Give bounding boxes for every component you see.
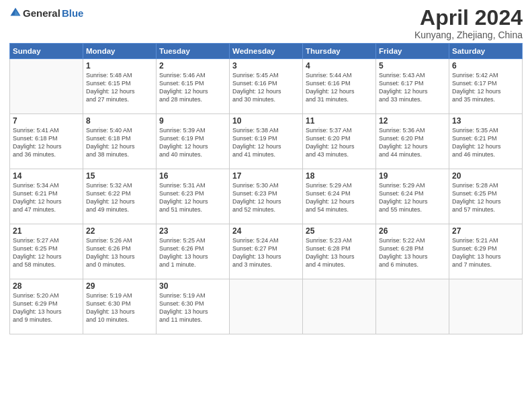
day-info: Sunrise: 5:28 AM Sunset: 6:25 PM Dayligh… [452,181,519,214]
day-number: 10 [232,116,300,126]
table-row [376,279,449,334]
table-row: 28Sunrise: 5:20 AM Sunset: 6:29 PM Dayli… [10,279,83,334]
logo-area: GeneralBlue [9,7,83,19]
table-row [449,279,523,334]
day-info: Sunrise: 5:36 AM Sunset: 6:20 PM Dayligh… [379,126,446,159]
day-info: Sunrise: 5:25 AM Sunset: 6:26 PM Dayligh… [159,236,226,269]
day-info: Sunrise: 5:30 AM Sunset: 6:23 PM Dayligh… [232,181,300,214]
day-info: Sunrise: 5:37 AM Sunset: 6:20 PM Dayligh… [306,126,373,159]
logo-general-text: General [23,7,60,19]
header: GeneralBlue April 2024 Kunyang, Zhejiang… [9,7,523,40]
day-number: 6 [452,61,519,71]
week-row-4: 21Sunrise: 5:27 AM Sunset: 6:25 PM Dayli… [10,224,523,279]
col-monday: Monday [83,44,157,59]
day-number: 1 [86,61,153,71]
table-row: 25Sunrise: 5:23 AM Sunset: 6:28 PM Dayli… [303,224,376,279]
day-number: 24 [232,226,300,236]
day-info: Sunrise: 5:31 AM Sunset: 6:23 PM Dayligh… [159,181,226,214]
day-info: Sunrise: 5:41 AM Sunset: 6:18 PM Dayligh… [13,126,80,159]
col-friday: Friday [376,44,449,59]
table-row: 4Sunrise: 5:44 AM Sunset: 6:16 PM Daylig… [303,59,376,114]
day-info: Sunrise: 5:27 AM Sunset: 6:25 PM Dayligh… [13,236,80,269]
logo-icon [9,7,21,19]
day-info: Sunrise: 5:44 AM Sunset: 6:16 PM Dayligh… [306,71,373,104]
day-number: 13 [452,116,519,126]
table-row: 8Sunrise: 5:40 AM Sunset: 6:18 PM Daylig… [83,114,157,169]
table-row: 23Sunrise: 5:25 AM Sunset: 6:26 PM Dayli… [157,224,230,279]
day-number: 28 [13,281,80,291]
table-row: 13Sunrise: 5:35 AM Sunset: 6:21 PM Dayli… [449,114,523,169]
month-title: April 2024 [414,7,523,28]
day-number: 5 [379,61,446,71]
page: GeneralBlue April 2024 Kunyang, Zhejiang… [0,0,532,411]
table-row: 14Sunrise: 5:34 AM Sunset: 6:21 PM Dayli… [10,169,83,224]
day-info: Sunrise: 5:24 AM Sunset: 6:27 PM Dayligh… [232,236,300,269]
week-row-2: 7Sunrise: 5:41 AM Sunset: 6:18 PM Daylig… [10,114,523,169]
day-info: Sunrise: 5:23 AM Sunset: 6:28 PM Dayligh… [306,236,373,269]
logo-blue-text: Blue [62,7,84,19]
day-number: 20 [452,171,519,181]
table-row: 6Sunrise: 5:42 AM Sunset: 6:17 PM Daylig… [449,59,523,114]
col-thursday: Thursday [303,44,376,59]
week-row-5: 28Sunrise: 5:20 AM Sunset: 6:29 PM Dayli… [10,279,523,334]
table-row: 29Sunrise: 5:19 AM Sunset: 6:30 PM Dayli… [83,279,157,334]
day-number: 16 [159,171,226,181]
day-info: Sunrise: 5:19 AM Sunset: 6:30 PM Dayligh… [86,291,153,324]
day-number: 26 [379,226,446,236]
header-row: Sunday Monday Tuesday Wednesday Thursday… [10,44,523,59]
day-info: Sunrise: 5:29 AM Sunset: 6:24 PM Dayligh… [379,181,446,214]
table-row: 18Sunrise: 5:29 AM Sunset: 6:24 PM Dayli… [303,169,376,224]
table-row: 11Sunrise: 5:37 AM Sunset: 6:20 PM Dayli… [303,114,376,169]
day-info: Sunrise: 5:20 AM Sunset: 6:29 PM Dayligh… [13,291,80,324]
table-row [303,279,376,334]
day-number: 11 [306,116,373,126]
day-info: Sunrise: 5:38 AM Sunset: 6:19 PM Dayligh… [232,126,300,159]
table-row: 2Sunrise: 5:46 AM Sunset: 6:15 PM Daylig… [157,59,230,114]
table-row: 3Sunrise: 5:45 AM Sunset: 6:16 PM Daylig… [230,59,303,114]
day-info: Sunrise: 5:26 AM Sunset: 6:26 PM Dayligh… [86,236,153,269]
day-number: 23 [159,226,226,236]
day-info: Sunrise: 5:43 AM Sunset: 6:17 PM Dayligh… [379,71,446,104]
day-number: 21 [13,226,80,236]
day-info: Sunrise: 5:40 AM Sunset: 6:18 PM Dayligh… [86,126,153,159]
day-info: Sunrise: 5:48 AM Sunset: 6:15 PM Dayligh… [86,71,153,104]
day-info: Sunrise: 5:29 AM Sunset: 6:24 PM Dayligh… [306,181,373,214]
col-tuesday: Tuesday [157,44,230,59]
day-info: Sunrise: 5:35 AM Sunset: 6:21 PM Dayligh… [452,126,519,159]
week-row-1: 1Sunrise: 5:48 AM Sunset: 6:15 PM Daylig… [10,59,523,114]
day-info: Sunrise: 5:45 AM Sunset: 6:16 PM Dayligh… [232,71,300,104]
day-info: Sunrise: 5:22 AM Sunset: 6:28 PM Dayligh… [379,236,446,269]
title-area: April 2024 Kunyang, Zhejiang, China [414,7,523,40]
table-row: 1Sunrise: 5:48 AM Sunset: 6:15 PM Daylig… [83,59,157,114]
day-number: 15 [86,171,153,181]
day-number: 30 [159,281,226,291]
table-row: 9Sunrise: 5:39 AM Sunset: 6:19 PM Daylig… [157,114,230,169]
day-number: 7 [13,116,80,126]
day-number: 19 [379,171,446,181]
col-saturday: Saturday [449,44,523,59]
day-number: 17 [232,171,300,181]
day-info: Sunrise: 5:21 AM Sunset: 6:29 PM Dayligh… [452,236,519,269]
day-info: Sunrise: 5:32 AM Sunset: 6:22 PM Dayligh… [86,181,153,214]
day-number: 29 [86,281,153,291]
table-row: 24Sunrise: 5:24 AM Sunset: 6:27 PM Dayli… [230,224,303,279]
day-info: Sunrise: 5:34 AM Sunset: 6:21 PM Dayligh… [13,181,80,214]
table-row: 27Sunrise: 5:21 AM Sunset: 6:29 PM Dayli… [449,224,523,279]
table-row: 17Sunrise: 5:30 AM Sunset: 6:23 PM Dayli… [230,169,303,224]
table-row: 10Sunrise: 5:38 AM Sunset: 6:19 PM Dayli… [230,114,303,169]
day-number: 25 [306,226,373,236]
day-number: 9 [159,116,226,126]
table-row: 21Sunrise: 5:27 AM Sunset: 6:25 PM Dayli… [10,224,83,279]
day-number: 22 [86,226,153,236]
day-number: 14 [13,171,80,181]
day-info: Sunrise: 5:19 AM Sunset: 6:30 PM Dayligh… [159,291,226,324]
day-number: 18 [306,171,373,181]
table-row: 5Sunrise: 5:43 AM Sunset: 6:17 PM Daylig… [376,59,449,114]
table-row: 30Sunrise: 5:19 AM Sunset: 6:30 PM Dayli… [157,279,230,334]
logo: GeneralBlue [9,7,83,19]
table-row: 19Sunrise: 5:29 AM Sunset: 6:24 PM Dayli… [376,169,449,224]
table-row: 12Sunrise: 5:36 AM Sunset: 6:20 PM Dayli… [376,114,449,169]
day-number: 4 [306,61,373,71]
table-row: 20Sunrise: 5:28 AM Sunset: 6:25 PM Dayli… [449,169,523,224]
col-wednesday: Wednesday [230,44,303,59]
